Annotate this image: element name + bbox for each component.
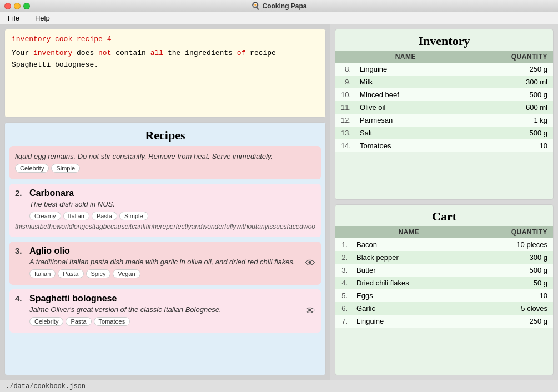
inv-row-num: 12. bbox=[335, 114, 354, 127]
cart-table: NAME QUANTITY 1. Bacon 10 pieces 2. Blac… bbox=[335, 226, 553, 328]
inventory-thead: NAME QUANTITY bbox=[335, 51, 553, 63]
recipe-3-eye-icon[interactable]: 👁 bbox=[305, 258, 315, 269]
recipe-1-desc: liquid egg remains. Do not stir constant… bbox=[15, 152, 315, 160]
cart-row: 1. Bacon 10 pieces bbox=[335, 238, 553, 251]
output-line2: Spaghetti bolognese. bbox=[12, 61, 98, 69]
inv-row-name: Salt bbox=[354, 127, 457, 139]
cart-table-scroll[interactable]: NAME QUANTITY 1. Bacon 10 pieces 2. Blac… bbox=[335, 226, 553, 375]
inv-row-name: Milk bbox=[354, 76, 457, 88]
recipe-item-2: 2. Carbonara The best dish sold in NUS. … bbox=[9, 184, 321, 237]
recipe-1-tags: Celebrity Simple bbox=[15, 164, 315, 173]
recipe-2-overflow: thismustbetheworldlongesttagbecauseitcan… bbox=[15, 223, 315, 230]
status-bar: ./data/cookbook.json bbox=[0, 380, 558, 392]
inventory-col-name: NAME bbox=[354, 51, 457, 63]
inventory-title: Inventory bbox=[335, 29, 553, 51]
cart-row-name: Garlic bbox=[351, 302, 467, 315]
output-text-3: contain bbox=[111, 49, 150, 57]
window-controls bbox=[4, 3, 30, 9]
inv-row-qty: 10 bbox=[457, 139, 553, 152]
cart-panel: Cart NAME QUANTITY 1. Bacon 10 pieces 2. bbox=[335, 204, 554, 375]
cart-row-num: 3. bbox=[335, 264, 351, 277]
recipe-3-desc: A traditional Italian pasta dish made wi… bbox=[29, 258, 315, 266]
recipe-2-name: Carbonara bbox=[29, 188, 74, 198]
inventory-table: NAME QUANTITY 8. Linguine 250 g 9. Milk … bbox=[335, 51, 553, 152]
inv-row-qty: 500 g bbox=[457, 88, 553, 101]
inventory-table-scroll[interactable]: NAME QUANTITY 8. Linguine 250 g 9. Milk … bbox=[335, 51, 553, 199]
output-highlight-not: not bbox=[98, 49, 111, 57]
recipe-3-header: 3. Aglio olio bbox=[15, 246, 315, 256]
recipe-2-desc: The best dish sold in NUS. bbox=[29, 200, 315, 208]
recipes-title: Recipes bbox=[5, 123, 325, 146]
recipe-4-name: Spaghetti bolognese bbox=[29, 294, 117, 304]
inv-row-name: Linguine bbox=[354, 63, 457, 76]
cart-row-num: 4. bbox=[335, 277, 351, 289]
recipe-4-number: 4. bbox=[15, 294, 26, 303]
recipe-item-1: liquid egg remains. Do not stir constant… bbox=[9, 146, 321, 179]
recipe-3-name: Aglio olio bbox=[29, 246, 70, 256]
output-text-5: recipe bbox=[245, 49, 276, 57]
recipe-1-tag-0: Celebrity bbox=[15, 164, 49, 173]
recipe-3-tag-1: Pasta bbox=[58, 269, 83, 278]
menu-help[interactable]: Help bbox=[32, 13, 53, 23]
cart-row-qty: 5 cloves bbox=[467, 302, 553, 315]
inventory-row: 12. Parmesan 1 kg bbox=[335, 114, 553, 127]
inv-row-qty: 600 ml bbox=[457, 101, 553, 114]
inv-row-num: 8. bbox=[335, 63, 354, 76]
inv-row-num: 9. bbox=[335, 76, 354, 88]
menu-file[interactable]: File bbox=[4, 13, 23, 23]
close-button[interactable] bbox=[4, 3, 11, 9]
cart-row-name: Dried chili flakes bbox=[351, 277, 467, 289]
cart-col-qty: QUANTITY bbox=[467, 226, 553, 238]
inv-row-qty: 250 g bbox=[457, 63, 553, 76]
terminal-area: inventory cook recipe 4 Your inventory d… bbox=[4, 29, 326, 118]
title-bar: 🍳 Cooking Papa bbox=[0, 0, 558, 12]
inv-row-num: 10. bbox=[335, 88, 354, 101]
cart-col-num bbox=[335, 226, 351, 238]
recipe-2-tag-2: Pasta bbox=[92, 212, 117, 220]
cart-row-qty: 250 g bbox=[467, 315, 553, 328]
cart-row-num: 2. bbox=[335, 251, 351, 264]
recipe-3-number: 3. bbox=[15, 246, 26, 255]
cart-row-qty: 50 g bbox=[467, 277, 553, 289]
output-highlight-of: of bbox=[237, 49, 246, 57]
app-title: Cooking Papa bbox=[262, 2, 306, 10]
inventory-row: 9. Milk 300 ml bbox=[335, 76, 553, 88]
inv-row-name: Parmesan bbox=[354, 114, 457, 127]
recipe-4-eye-icon[interactable]: 👁 bbox=[305, 305, 315, 317]
app-icon: 🍳 bbox=[251, 2, 260, 10]
terminal-output: Your inventory does not contain all the … bbox=[12, 48, 319, 71]
maximize-button[interactable] bbox=[23, 3, 30, 9]
cart-header-row: NAME QUANTITY bbox=[335, 226, 553, 238]
recipe-3-tag-0: Italian bbox=[29, 269, 56, 278]
cart-row: 2. Black pepper 300 g bbox=[335, 251, 553, 264]
output-text-1: Your bbox=[12, 49, 33, 57]
recipe-2-tag-0: Creamy bbox=[29, 212, 61, 220]
terminal-command: inventory cook recipe 4 bbox=[12, 35, 319, 43]
recipe-3-tag-3: Vegan bbox=[113, 269, 140, 278]
inventory-col-qty: QUANTITY bbox=[457, 51, 553, 63]
recipes-scroll[interactable]: liquid egg remains. Do not stir constant… bbox=[5, 146, 325, 375]
cart-row-num: 7. bbox=[335, 315, 351, 328]
minimize-button[interactable] bbox=[14, 3, 21, 9]
recipe-2-tag-1: Italian bbox=[63, 212, 89, 220]
recipe-1-tag-1: Simple bbox=[51, 164, 80, 173]
cart-row: 4. Dried chili flakes 50 g bbox=[335, 277, 553, 289]
cart-row: 6. Garlic 5 cloves bbox=[335, 302, 553, 315]
recipe-4-tag-2: Tomatoes bbox=[94, 317, 130, 326]
output-highlight-all: all bbox=[150, 49, 163, 57]
recipe-2-number: 2. bbox=[15, 188, 26, 198]
window-title: 🍳 Cooking Papa bbox=[251, 2, 306, 10]
inv-row-qty: 300 ml bbox=[457, 76, 553, 88]
inventory-tbody: 8. Linguine 250 g 9. Milk 300 ml 10. Min… bbox=[335, 63, 553, 152]
right-panel: Inventory NAME QUANTITY 8. Linguine 250 … bbox=[330, 24, 558, 380]
inventory-row: 14. Tomatoes 10 bbox=[335, 139, 553, 152]
recipe-item-4: 4. Spaghetti bolognese Jaime Oliver's gr… bbox=[9, 289, 321, 333]
inventory-col-num bbox=[335, 51, 354, 63]
recipe-4-header: 4. Spaghetti bolognese bbox=[15, 294, 315, 304]
cart-title: Cart bbox=[335, 205, 553, 226]
recipe-4-tags: Celebrity Pasta Tomatoes bbox=[29, 317, 315, 326]
cart-row-name: Eggs bbox=[351, 289, 467, 302]
cart-row-qty: 300 g bbox=[467, 251, 553, 264]
recipe-3-tag-2: Spicy bbox=[86, 269, 111, 278]
inventory-row: 11. Olive oil 600 ml bbox=[335, 101, 553, 114]
